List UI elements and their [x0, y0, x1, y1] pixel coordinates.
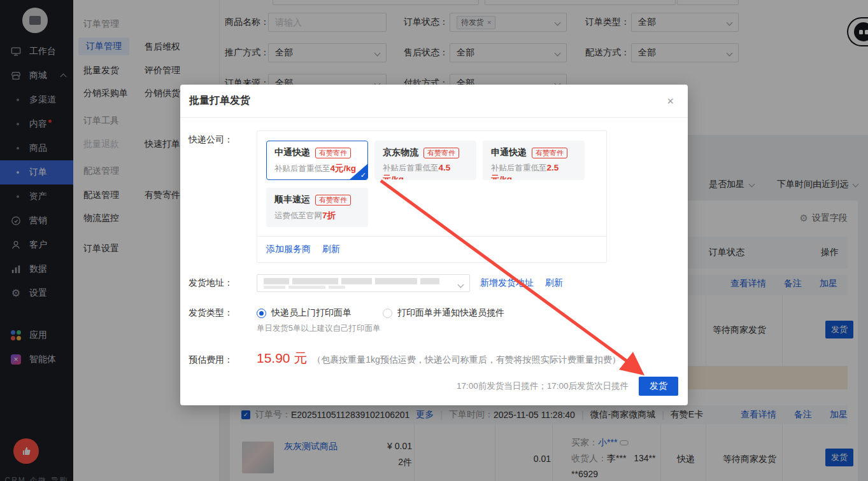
modal-footer: 17:00前发货当日揽件；17:00后发货次日揽件 发货: [180, 367, 688, 405]
ship-type-label: 发货类型：: [189, 307, 257, 334]
refresh-providers-link[interactable]: 刷新: [322, 244, 340, 255]
youzan-shipping-badge: 有赞寄件: [315, 195, 351, 206]
add-provider-link[interactable]: 添加服务商: [266, 244, 311, 255]
redacted-address: [264, 278, 452, 289]
courier-card-jd[interactable]: 京东物流 有赞寄件 补贴后首重低至4.5元/kg: [374, 141, 476, 180]
radio-icon: [383, 309, 392, 318]
pickup-time-note: 17:00前发货当日揽件；17:00后发货次日揽件: [457, 380, 629, 392]
chevron-down-icon: [458, 282, 464, 288]
screen: 工作台 商城 多渠道 内容 商品: [0, 0, 868, 481]
youzan-shipping-badge: 有赞寄件: [532, 148, 567, 158]
modal-title: 批量打单发货: [189, 94, 250, 108]
courier-card-sf[interactable]: 顺丰速运 有赞寄件 运费低至官网7折: [266, 188, 368, 227]
provider-links: 添加服务商 刷新: [257, 236, 606, 262]
ship-type-hint: 单日发货5单以上建议自己打印面单: [257, 323, 504, 334]
address-links: 新增发货地址 刷新: [480, 277, 572, 289]
address-label: 发货地址：: [189, 277, 257, 289]
courier-box: 中通快递 有赞寄件 补贴后首重低至4元/kg ✓ 京东物流 有赞寄件 补贴后首重…: [257, 130, 607, 263]
courier-card-zto[interactable]: 中通快递 有赞寄件 补贴后首重低至4元/kg ✓: [266, 141, 368, 180]
radio-print-notify[interactable]: 打印面单并通知快递员揽件: [383, 307, 504, 319]
fee-value: 15.90 元: [257, 351, 307, 365]
check-icon: ✓: [360, 171, 366, 179]
ship-submit-button[interactable]: 发货: [639, 377, 678, 396]
radio-courier-pickup[interactable]: 快递员上门打印面单: [257, 307, 352, 319]
fee-note: （包裹按重量1kg预估运费，快递公司称重后，有赞将按照实际计费重量扣费）: [312, 354, 621, 365]
fee-label: 预估费用：: [189, 352, 257, 366]
courier-card-sto[interactable]: 申通快递 有赞寄件 补贴后首重低至2.5元/kg: [483, 141, 585, 180]
add-address-link[interactable]: 新增发货地址: [480, 277, 534, 288]
refresh-address-link[interactable]: 刷新: [545, 277, 563, 288]
courier-label: 快递公司：: [189, 130, 257, 263]
address-select[interactable]: [257, 274, 470, 292]
radio-icon: [257, 309, 266, 318]
close-icon[interactable]: ×: [667, 95, 674, 107]
youzan-shipping-badge: 有赞寄件: [423, 148, 459, 158]
batch-ship-modal: 批量打单发货 × 快递公司： 中通快递 有赞寄件 补贴后首重低至4元/kg ✓: [180, 85, 688, 405]
youzan-shipping-badge: 有赞寄件: [315, 148, 351, 158]
modal-header: 批量打单发货 ×: [180, 85, 688, 118]
